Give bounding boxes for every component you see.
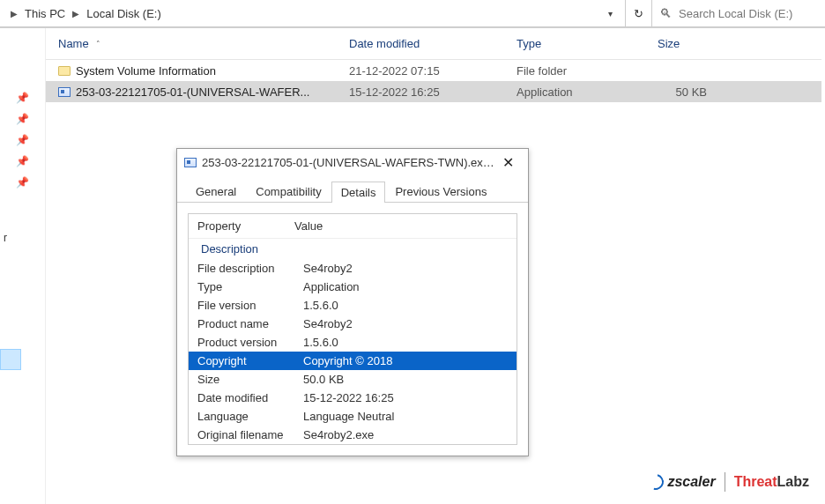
details-section: Description [189,239,517,259]
application-icon [184,158,197,167]
search-icon: 🔍︎ [659,6,672,20]
threatlabz-logo: ThreatLabz [734,474,809,490]
file-row[interactable]: System Volume Information 21-12-2022 07:… [46,60,821,81]
details-row[interactable]: Size50.0 KB [189,370,517,389]
application-icon [58,87,71,97]
refresh-icon: ↻ [634,7,643,20]
swoosh-icon [645,471,667,493]
zscaler-logo: zscaler [648,474,715,490]
details-row[interactable]: File version1.5.6.0 [189,296,517,315]
pin-icon[interactable]: 📌 [16,113,29,125]
col-size[interactable]: Size [645,37,716,50]
close-button[interactable]: ✕ [494,154,521,171]
details-box: Property Value Description File descript… [188,213,517,445]
details-row[interactable]: LanguageLanguage Neutral [189,407,517,426]
col-type[interactable]: Type [504,37,645,50]
divider [725,472,725,492]
pin-icon[interactable]: 📌 [16,92,29,104]
search-input[interactable]: 🔍︎ Search Local Disk (E:) [652,0,825,27]
details-row[interactable]: Product version1.5.6.0 [189,333,517,352]
tab-general[interactable]: General [186,181,246,202]
col-date[interactable]: Date modified [337,37,504,50]
tab-compatibility[interactable]: Compatibility [246,181,331,202]
sort-up-icon: ˄ [96,40,100,48]
pin-icon[interactable]: 📌 [16,176,29,189]
address-bar: ▶ This PC ▶ Local Disk (E:) ▾ ↻ 🔍︎ Searc… [0,0,825,28]
dialog-titlebar[interactable]: 253-03-22121705-01-(UNIVERSAL-WAFERS-TWN… [177,149,528,175]
details-row[interactable]: Date modified15-12-2022 16:25 [189,389,517,407]
details-row[interactable]: TypeApplication [189,278,517,296]
details-row[interactable]: Product nameSe4roby2 [189,315,517,333]
details-row[interactable]: CopyrightCopyright © 2018 [189,352,517,370]
details-header[interactable]: Property Value [189,214,517,239]
breadcrumb[interactable]: ▶ This PC ▶ Local Disk (E:) ▾ [0,0,626,27]
crumb-this-pc[interactable]: This PC [21,5,69,22]
branding: zscaler ThreatLabz [648,472,809,492]
chevron-right-icon: ▶ [72,9,79,19]
details-row[interactable]: File descriptionSe4roby2 [189,259,517,278]
file-row[interactable]: 253-03-22121705-01-(UNIVERSAL-WAFER... 1… [46,81,821,102]
folder-icon [58,66,71,76]
quick-access-gutter: 📌 📌 📌 📌 📌 r [0,28,46,504]
properties-dialog: 253-03-22121705-01-(UNIVERSAL-WAFERS-TWN… [176,148,529,456]
dialog-title: 253-03-22121705-01-(UNIVERSAL-WAFERS-TWN… [202,156,494,169]
crumb-drive[interactable]: Local Disk (E:) [83,5,165,22]
pin-icon[interactable]: 📌 [16,155,29,167]
dialog-tabs: General Compatibility Details Previous V… [177,175,528,203]
tab-previous-versions[interactable]: Previous Versions [385,181,496,202]
sidebar-letter: r [4,232,7,244]
chevron-right-icon: ▶ [11,9,18,19]
chevron-down-icon[interactable]: ▾ [608,9,613,19]
column-headers[interactable]: Name˄ Date modified Type Size [46,28,821,60]
tab-details[interactable]: Details [331,182,386,203]
sidebar-selection[interactable] [0,349,21,370]
details-row[interactable]: Original filenameSe4roby2.exe [189,426,517,444]
refresh-button[interactable]: ↻ [626,0,652,27]
pin-icon[interactable]: 📌 [16,134,29,146]
search-placeholder: Search Local Disk (E:) [679,7,792,20]
col-name: Name˄ [46,37,337,50]
